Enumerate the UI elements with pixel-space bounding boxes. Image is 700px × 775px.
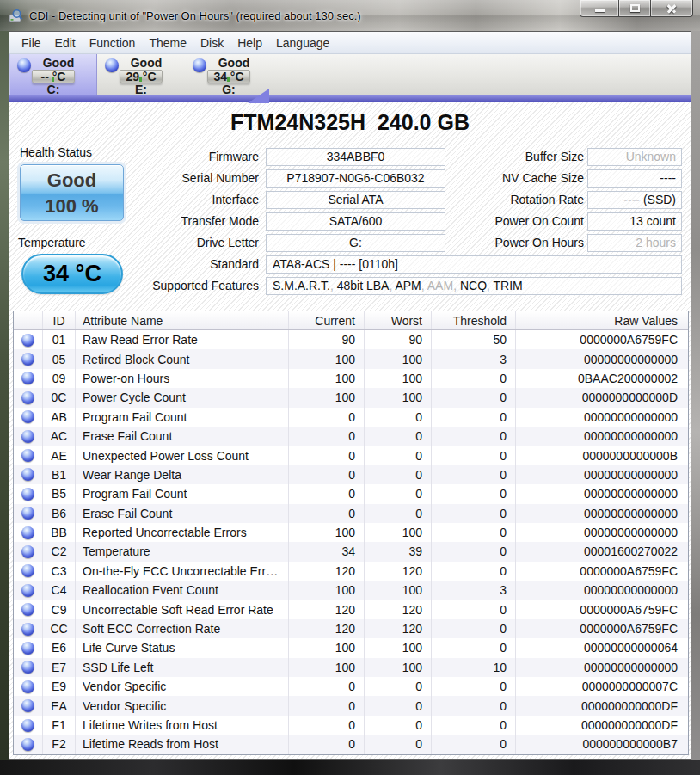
- smart-attribute-row[interactable]: AC Erase Fail Count 0 0 0 00000000000000: [14, 427, 688, 446]
- smart-attribute-row[interactable]: C2 Temperature 34 39 0 00001600270022: [14, 542, 688, 561]
- attr-raw: 00000000000000: [516, 484, 688, 503]
- attr-name: Unexpected Power Loss Count: [76, 446, 289, 464]
- attr-id: F1: [43, 716, 76, 735]
- drive-tab-G[interactable]: Good34 °CG:: [185, 54, 273, 95]
- smart-attribute-row[interactable]: BB Reported Uncorrectable Errors 100 100…: [14, 523, 688, 542]
- smart-attribute-row[interactable]: 09 Power-on Hours 100 100 0 0BAAC2000000…: [14, 369, 688, 388]
- smart-attribute-row[interactable]: E7 SSD Life Left 100 100 10 000000000000…: [14, 658, 688, 677]
- attr-worst: 0: [365, 716, 432, 735]
- health-status-label: Health Status: [20, 145, 92, 159]
- status-orb-icon: [21, 334, 34, 347]
- attr-id: C3: [43, 562, 76, 581]
- attr-raw: 0BAAC200000002: [516, 369, 688, 388]
- title-bar[interactable]: CDI - Detecting unit of "Power On Hours"…: [0, 0, 700, 31]
- field-value-box: ---- (SSD): [587, 191, 682, 209]
- attr-id: 05: [43, 349, 76, 368]
- field-label: Drive Letter: [121, 234, 259, 252]
- attr-threshold: 0: [432, 504, 516, 523]
- attr-raw: 0000000A6759FC: [516, 562, 688, 581]
- menu-item-theme[interactable]: Theme: [142, 34, 193, 52]
- field-value: SATA/600: [329, 214, 383, 228]
- smart-attribute-row[interactable]: E9 Vendor Specific 0 0 0 0000000000007C: [14, 677, 688, 696]
- field-value-box: 334ABBF0: [266, 148, 445, 166]
- smart-attribute-row[interactable]: E6 Life Curve Status 100 100 0 000000000…: [14, 638, 688, 657]
- smart-attribute-row[interactable]: C3 On-the-Fly ECC Uncorrectable Err… 120…: [14, 562, 688, 581]
- attr-worst: 100: [365, 638, 432, 657]
- attr-threshold: 0: [432, 446, 516, 464]
- attr-worst: 100: [365, 349, 432, 368]
- temperature-button[interactable]: 34 °C: [21, 254, 123, 294]
- smart-attribute-row[interactable]: B5 Program Fail Count 0 0 0 000000000000…: [14, 484, 688, 503]
- drive-tab-C[interactable]: Good-- °CC:: [9, 54, 97, 95]
- attr-current: 0: [289, 696, 365, 715]
- standard-value-box: ATA8-ACS | ---- [0110h]: [266, 255, 682, 274]
- smart-attribute-row[interactable]: CC Soft ECC Correction Rate 120 120 0 00…: [14, 619, 688, 638]
- smart-attribute-row[interactable]: F2 Lifetime Reads from Host 0 0 0 000000…: [14, 735, 688, 753]
- attr-id: F2: [43, 735, 76, 753]
- smart-table-body: 01 Raw Read Error Rate 90 90 50 0000000A…: [14, 330, 688, 754]
- smart-attribute-row[interactable]: B1 Wear Range Delta 0 0 0 00000000000000: [14, 465, 688, 484]
- status-orb-icon: [21, 372, 34, 384]
- status-orb-icon: [21, 526, 34, 539]
- menu-item-language[interactable]: Language: [269, 34, 336, 52]
- status-cell: [14, 638, 43, 657]
- health-status-value: Good: [21, 168, 123, 194]
- close-button[interactable]: [651, 0, 693, 17]
- attr-id: AB: [43, 408, 76, 427]
- attr-name: Retired Block Count: [76, 349, 289, 368]
- attr-id: C4: [43, 581, 76, 600]
- attr-name: Soft ECC Correction Rate: [76, 619, 289, 638]
- field-value: Unknown: [626, 150, 676, 163]
- health-status-percent: 100 %: [21, 194, 123, 219]
- smart-attribute-row[interactable]: EA Vendor Specific 0 0 0 000000000000DF: [14, 696, 688, 715]
- status-orb-icon: [21, 642, 34, 655]
- maximize-button[interactable]: [618, 0, 651, 17]
- tab-temp-wrap: 34 °C: [185, 70, 273, 83]
- attr-threshold: 0: [432, 735, 516, 753]
- attr-worst: 100: [365, 658, 432, 677]
- field-label: NV Cache Size: [446, 169, 584, 188]
- smart-attribute-row[interactable]: AB Program Fail Count 0 0 0 000000000000…: [14, 408, 688, 427]
- smart-attribute-row[interactable]: C9 Uncorrectable Soft Read Error Rate 12…: [14, 600, 688, 618]
- attr-threshold: 0: [432, 388, 516, 407]
- attr-id: AC: [43, 427, 76, 446]
- header-cell: Worst: [365, 311, 432, 329]
- menu-item-file[interactable]: File: [15, 34, 48, 52]
- status-orb-icon: [21, 564, 34, 577]
- field-value: 2 hours: [636, 236, 676, 249]
- smart-attribute-row[interactable]: 0C Power Cycle Count 100 100 0 000000000…: [14, 388, 688, 407]
- attr-name: Reported Uncorrectable Errors: [76, 523, 289, 542]
- standard-value: ATA8-ACS | ---- [0110h]: [273, 257, 398, 271]
- status-cell: [14, 542, 43, 561]
- feature-item: AAM: [427, 279, 453, 292]
- attr-current: 100: [289, 638, 365, 657]
- field-label: Firmware: [121, 148, 259, 166]
- minimize-button[interactable]: [580, 0, 618, 17]
- standard-label: Standard: [121, 255, 259, 274]
- menu-item-function[interactable]: Function: [83, 34, 143, 52]
- menu-item-disk[interactable]: Disk: [193, 34, 230, 52]
- attr-current: 0: [289, 465, 365, 484]
- health-status-button[interactable]: Good 100 %: [20, 164, 124, 221]
- attr-worst: 0: [365, 696, 432, 715]
- attr-id: EA: [43, 696, 76, 715]
- status-cell: [14, 581, 43, 600]
- field-value: 13 count: [629, 214, 676, 228]
- status-orb-icon: [21, 699, 34, 712]
- smart-attribute-row[interactable]: 05 Retired Block Count 100 100 3 0000000…: [14, 349, 688, 368]
- tab-temperature: 34 °C: [213, 70, 243, 83]
- attr-raw: 00000000000000: [516, 504, 688, 523]
- smart-attribute-row[interactable]: 01 Raw Read Error Rate 90 90 50 0000000A…: [14, 330, 688, 349]
- smart-attribute-row[interactable]: C4 Reallocation Event Count 100 100 3 00…: [14, 581, 688, 600]
- smart-attribute-row[interactable]: F1 Lifetime Writes from Host 0 0 0 00000…: [14, 716, 688, 735]
- drive-tab-E[interactable]: Good29 °CE:: [97, 54, 185, 95]
- menu-item-help[interactable]: Help: [230, 34, 269, 52]
- attr-threshold: 0: [432, 677, 516, 696]
- field-value-box: Unknown: [587, 148, 682, 166]
- smart-attribute-row[interactable]: B6 Erase Fail Count 0 0 0 00000000000000: [14, 504, 688, 523]
- status-cell: [14, 408, 43, 427]
- attr-name: Erase Fail Count: [76, 504, 289, 523]
- status-orb-icon: [21, 468, 34, 481]
- smart-attribute-row[interactable]: AE Unexpected Power Loss Count 0 0 0 000…: [14, 446, 688, 464]
- menu-item-edit[interactable]: Edit: [48, 34, 83, 52]
